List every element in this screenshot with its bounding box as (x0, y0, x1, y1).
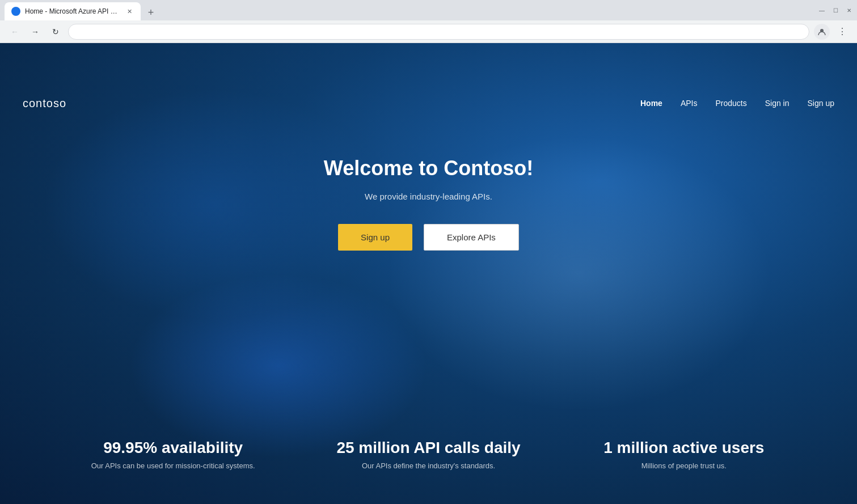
back-button[interactable]: ← (7, 24, 23, 40)
nav-link-signup[interactable]: Sign up (808, 99, 834, 108)
site-logo: contoso (23, 97, 66, 110)
hero-buttons: Sign up Explore APIs (338, 224, 519, 251)
stat-api-calls: 25 million API calls daily Our APIs defi… (301, 439, 556, 470)
stat-api-calls-desc: Our APIs define the industry's standards… (301, 461, 556, 470)
active-tab[interactable]: Home - Microsoft Azure API Mar... ✕ (5, 2, 141, 20)
tab-title: Home - Microsoft Azure API Mar... (25, 7, 120, 15)
svg-point-0 (13, 9, 19, 14)
hero-title: Welcome to Contoso! (324, 156, 533, 180)
nav-link-signin[interactable]: Sign in (765, 99, 790, 108)
browser-chrome: Home - Microsoft Azure API Mar... ✕ + — … (0, 0, 857, 43)
browser-tabs: Home - Microsoft Azure API Mar... ✕ + (5, 0, 159, 20)
browser-toolbar: ← → ↻ ⋮ (0, 20, 857, 43)
minimize-button[interactable]: — (818, 7, 825, 14)
tab-close-icon[interactable]: ✕ (125, 7, 134, 16)
nav-link-apis[interactable]: APIs (681, 99, 698, 108)
signup-button[interactable]: Sign up (338, 224, 412, 251)
stat-users: 1 million active users Millions of peopl… (556, 439, 812, 470)
stat-availability-desc: Our APIs can be used for mission-critica… (45, 461, 301, 470)
hero-content: Welcome to Contoso! We provide industry-… (324, 156, 533, 251)
maximize-button[interactable]: ☐ (832, 7, 839, 14)
explore-apis-button[interactable]: Explore APIs (424, 224, 519, 251)
reload-button[interactable]: ↻ (48, 24, 64, 40)
title-bar: Home - Microsoft Azure API Mar... ✕ + — … (0, 0, 857, 20)
nav-links: Home APIs Products Sign in Sign up (640, 99, 834, 108)
tab-favicon (11, 7, 20, 16)
stat-api-calls-number: 25 million API calls daily (301, 439, 556, 457)
profile-button[interactable] (814, 24, 830, 40)
hero-section: contoso Home APIs Products Sign in Sign … (0, 43, 857, 504)
stat-availability-number: 99.95% availability (45, 439, 301, 457)
new-tab-button[interactable]: + (143, 5, 159, 20)
stat-users-number: 1 million active users (556, 439, 812, 457)
close-button[interactable]: ✕ (846, 7, 852, 14)
nav-link-products[interactable]: Products (715, 99, 746, 108)
stat-users-desc: Millions of people trust us. (556, 461, 812, 470)
hero-subtitle: We provide industry-leading APIs. (365, 192, 492, 201)
nav-link-home[interactable]: Home (640, 99, 662, 108)
site-navigation: contoso Home APIs Products Sign in Sign … (0, 86, 857, 120)
address-bar[interactable] (68, 24, 809, 40)
window-controls: — ☐ ✕ (818, 7, 852, 14)
stat-availability: 99.95% availability Our APIs can be used… (45, 439, 301, 470)
website-content: contoso Home APIs Products Sign in Sign … (0, 43, 857, 504)
menu-button[interactable]: ⋮ (834, 24, 850, 40)
stats-section: 99.95% availability Our APIs can be used… (0, 416, 857, 504)
forward-button[interactable]: → (27, 24, 43, 40)
